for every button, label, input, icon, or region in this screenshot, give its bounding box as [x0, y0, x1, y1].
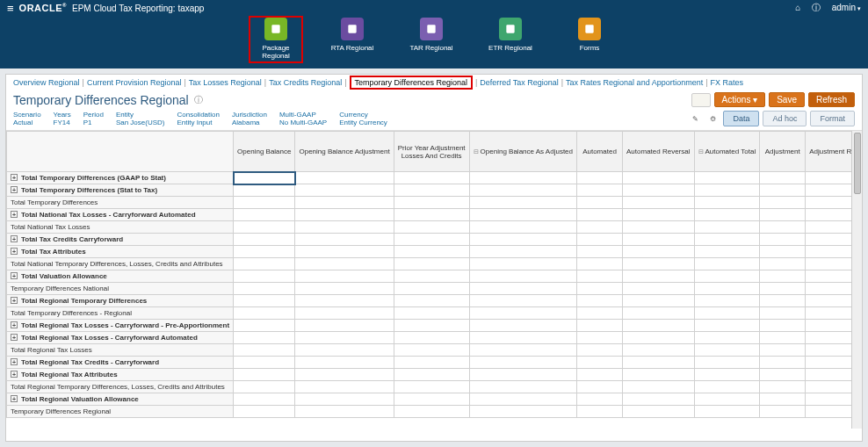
grid-cell[interactable]: [760, 258, 806, 270]
grid-cell[interactable]: [394, 234, 469, 246]
grid-cell[interactable]: [694, 184, 760, 197]
row-header[interactable]: +Total Valuation Allowance: [7, 270, 234, 283]
grid-cell[interactable]: [295, 184, 394, 197]
grid-cell[interactable]: [760, 221, 806, 234]
grid-cell[interactable]: [394, 332, 469, 344]
grid-cell[interactable]: [623, 320, 694, 332]
breadcrumb-link[interactable]: Overview Regional: [13, 78, 80, 87]
grid-cell[interactable]: [694, 320, 760, 332]
grid-cell[interactable]: [694, 283, 760, 295]
grid-cell[interactable]: [623, 283, 694, 295]
grid-cell[interactable]: [234, 295, 295, 307]
grid-cell[interactable]: [469, 295, 576, 307]
row-header[interactable]: Temporary Differences National: [7, 283, 234, 295]
grid-cell[interactable]: [694, 246, 760, 258]
grid-cell[interactable]: [694, 344, 760, 357]
grid-cell[interactable]: [623, 393, 694, 406]
expand-icon[interactable]: +: [11, 297, 18, 304]
grid-cell[interactable]: [469, 209, 576, 221]
grid-cell[interactable]: [234, 172, 295, 184]
grid-cell[interactable]: [234, 332, 295, 344]
grid-cell[interactable]: [760, 344, 806, 357]
grid-cell[interactable]: [577, 234, 623, 246]
expand-icon[interactable]: +: [11, 248, 18, 255]
grid-cell[interactable]: [469, 381, 576, 393]
grid-cell[interactable]: [760, 320, 806, 332]
grid-cell[interactable]: [623, 332, 694, 344]
expand-icon[interactable]: +: [11, 186, 18, 193]
hamburger-icon[interactable]: ≡: [7, 2, 14, 15]
column-header[interactable]: Adjustment: [760, 132, 806, 172]
breadcrumb-link[interactable]: Current Provision Regional: [87, 78, 182, 87]
grid-cell[interactable]: [295, 209, 394, 221]
grid-cell[interactable]: [760, 172, 806, 184]
grid-cell[interactable]: [295, 221, 394, 234]
grid-cell[interactable]: [295, 270, 394, 283]
row-header[interactable]: +Total Temporary Differences (GAAP to St…: [7, 172, 234, 184]
grid-cell[interactable]: [394, 246, 469, 258]
grid-cell[interactable]: [760, 357, 806, 369]
row-header[interactable]: +Total Regional Temporary Differences: [7, 295, 234, 307]
grid-cell[interactable]: [394, 344, 469, 357]
grid-cell[interactable]: [394, 270, 469, 283]
grid-cell[interactable]: [577, 332, 623, 344]
grid-cell[interactable]: [234, 320, 295, 332]
grid-cell[interactable]: [577, 381, 623, 393]
grid-cell[interactable]: [394, 209, 469, 221]
grid-cell[interactable]: [295, 381, 394, 393]
grid-cell[interactable]: [623, 246, 694, 258]
grid-cell[interactable]: [577, 221, 623, 234]
row-header[interactable]: Total Temporary Differences - Regional: [7, 307, 234, 320]
pov-currency[interactable]: CurrencyEntity Currency: [339, 111, 387, 126]
grid-cell[interactable]: [623, 234, 694, 246]
grid-cell[interactable]: [577, 393, 623, 406]
row-header[interactable]: Total National Temporary Differences, Lo…: [7, 258, 234, 270]
row-header[interactable]: +Total Regional Tax Attributes: [7, 369, 234, 381]
gear-icon[interactable]: ⚙: [705, 112, 720, 126]
expand-icon[interactable]: +: [11, 395, 18, 402]
grid-cell[interactable]: [623, 381, 694, 393]
grid-cell[interactable]: [394, 320, 469, 332]
grid-cell[interactable]: [623, 344, 694, 357]
grid-cell[interactable]: [394, 393, 469, 406]
grid-cell[interactable]: [394, 295, 469, 307]
grid-cell[interactable]: [694, 209, 760, 221]
grid-cell[interactable]: [694, 197, 760, 209]
grid-cell[interactable]: [623, 357, 694, 369]
grid-cell[interactable]: [760, 197, 806, 209]
grid-cell[interactable]: [295, 320, 394, 332]
grid-cell[interactable]: [234, 234, 295, 246]
grid-cell[interactable]: [694, 406, 760, 418]
grid-cell[interactable]: [234, 381, 295, 393]
actions-button[interactable]: Actions ▾: [714, 92, 766, 107]
grid-cell[interactable]: [295, 172, 394, 184]
row-header[interactable]: Temporary Differences Regional: [7, 406, 234, 418]
grid-cell[interactable]: [234, 184, 295, 197]
grid-cell[interactable]: [760, 381, 806, 393]
expand-icon[interactable]: +: [11, 211, 18, 218]
grid-cell[interactable]: [295, 307, 394, 320]
grid-cell[interactable]: [623, 295, 694, 307]
grid-cell[interactable]: [694, 369, 760, 381]
breadcrumb-link[interactable]: Tax Rates Regional and Apportionment: [566, 78, 703, 87]
grid-cell[interactable]: [760, 369, 806, 381]
grid-cell[interactable]: [469, 221, 576, 234]
grid-cell[interactable]: [694, 295, 760, 307]
expand-icon[interactable]: +: [11, 371, 18, 378]
grid-cell[interactable]: [234, 246, 295, 258]
grid-cell[interactable]: [623, 258, 694, 270]
grid-cell[interactable]: [234, 406, 295, 418]
breadcrumb-link[interactable]: Deferred Tax Regional: [480, 78, 558, 87]
grid-cell[interactable]: [760, 234, 806, 246]
grid-cell[interactable]: [394, 406, 469, 418]
grid-cell[interactable]: [694, 332, 760, 344]
grid-cell[interactable]: [394, 184, 469, 197]
grid-cell[interactable]: [394, 258, 469, 270]
grid-cell[interactable]: [623, 369, 694, 381]
grid-cell[interactable]: [234, 393, 295, 406]
grid-cell[interactable]: [295, 344, 394, 357]
grid-cell[interactable]: [577, 283, 623, 295]
card-forms[interactable]: Forms: [563, 18, 616, 52]
grid-cell[interactable]: [394, 381, 469, 393]
grid-cell[interactable]: [469, 307, 576, 320]
